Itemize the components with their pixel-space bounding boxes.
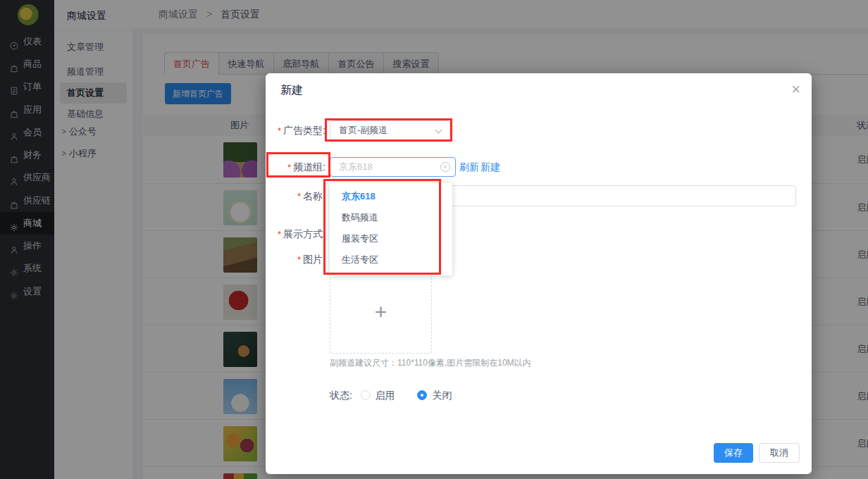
app-root: 仪表 商品 订单 应用 会员 财务 供应商 供应链 (0, 0, 868, 479)
channel-group-input-value: 京东618 (339, 158, 373, 176)
clear-icon[interactable]: × (440, 162, 450, 172)
required-asterisk: * (278, 229, 281, 240)
status-field: 状态: 启用 关闭 (330, 385, 452, 405)
cancel-button[interactable]: 取消 (759, 443, 800, 463)
radio-enable-label[interactable]: 启用 (376, 390, 395, 401)
dropdown-option-life[interactable]: 生活专区 (330, 249, 452, 270)
radio-enable[interactable] (361, 390, 371, 400)
status-label: 状态: (330, 390, 352, 401)
close-icon[interactable]: × (791, 80, 800, 99)
radio-disable-label[interactable]: 关闭 (432, 390, 452, 401)
required-asterisk: * (297, 254, 301, 265)
image-upload-dropzone[interactable]: + (330, 270, 432, 354)
required-asterisk: * (297, 191, 301, 201)
refresh-link[interactable]: 刷新 (459, 157, 479, 177)
name-label: *名称: (266, 185, 326, 207)
dropdown-option-digital[interactable]: 数码频道 (330, 207, 452, 228)
dropdown-option-clothing[interactable]: 服装专区 (330, 228, 452, 249)
ad-type-label: *广告类型: (266, 120, 326, 141)
channel-group-input[interactable]: 京东618 × (330, 157, 456, 177)
channel-group-dropdown: 京东618 数码频道 服装专区 生活专区 (330, 182, 452, 275)
chevron-down-icon (435, 127, 442, 134)
required-asterisk: * (278, 125, 281, 136)
modal-title: 新建 (280, 83, 303, 98)
image-label: *图片: (266, 252, 326, 267)
ad-type-selected-value: 首页-副频道 (339, 121, 388, 139)
display-mode-label: *展示方式: (266, 227, 326, 242)
dropdown-option-jd618[interactable]: 京东618 (330, 186, 452, 207)
save-button[interactable]: 保存 (714, 443, 753, 463)
radio-disable[interactable] (417, 390, 427, 400)
ad-type-select[interactable]: 首页-副频道 (330, 120, 450, 140)
required-asterisk: * (287, 162, 291, 173)
plus-icon: + (375, 300, 388, 324)
channel-group-label: *频道组: (266, 157, 326, 178)
new-channel-link[interactable]: 新建 (480, 157, 500, 177)
upload-hint: 副频道建议尺寸：110*110像素,图片需限制在10M以内 (330, 357, 531, 369)
